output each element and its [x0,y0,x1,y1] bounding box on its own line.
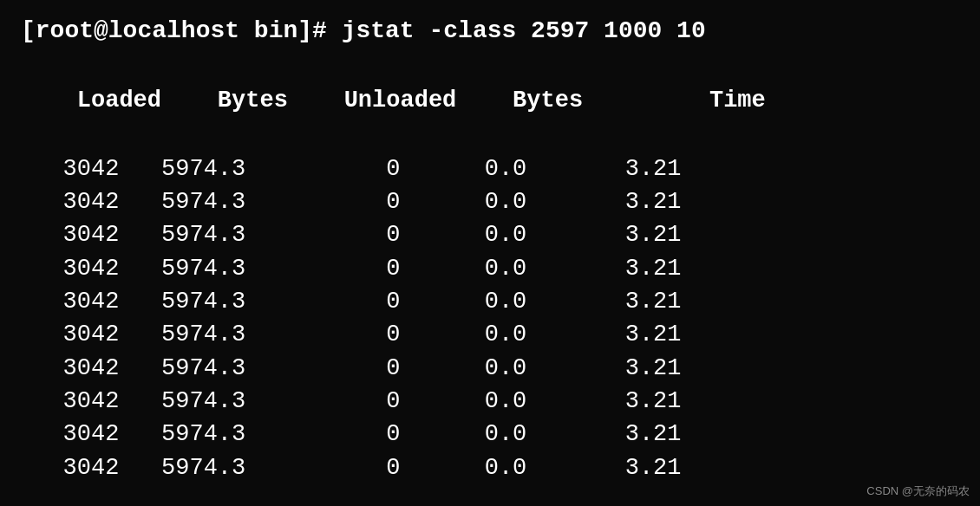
table-row: 3042 5974.3 0 0.0 3.21 [21,152,959,185]
table-row: 3042 5974.3 0 0.0 3.21 [21,352,959,385]
command-line: [root@localhost bin]# jstat -class 2597 … [21,16,959,47]
header-bytes2: Bytes [513,88,583,114]
watermark: CSDN @无奈的码农 [866,483,970,499]
table-row: 3042 5974.3 0 0.0 3.21 [21,451,959,484]
header-loaded: Loaded [77,88,161,114]
table-row: 3042 5974.3 0 0.0 3.21 [21,318,959,351]
table-row: 3042 5974.3 0 0.0 3.21 [21,252,959,285]
table-row: 3042 5974.3 0 0.0 3.21 [21,385,959,418]
table-header: Loaded Bytes Unloaded Bytes Time [21,52,959,150]
table-row: 3042 5974.3 0 0.0 3.21 [21,185,959,218]
table-row: 3042 5974.3 0 0.0 3.21 [21,418,959,451]
header-unloaded: Unloaded [344,88,457,114]
terminal-window: [root@localhost bin]# jstat -class 2597 … [0,0,980,506]
header-time: Time [709,88,766,114]
table-row: 3042 5974.3 0 0.0 3.21 [21,218,959,251]
header-bytes1: Bytes [218,88,288,114]
table-row: 3042 5974.3 0 0.0 3.21 [21,285,959,318]
data-rows: 3042 5974.3 0 0.0 3.21 3042 5974.3 0 0.0… [21,152,959,484]
